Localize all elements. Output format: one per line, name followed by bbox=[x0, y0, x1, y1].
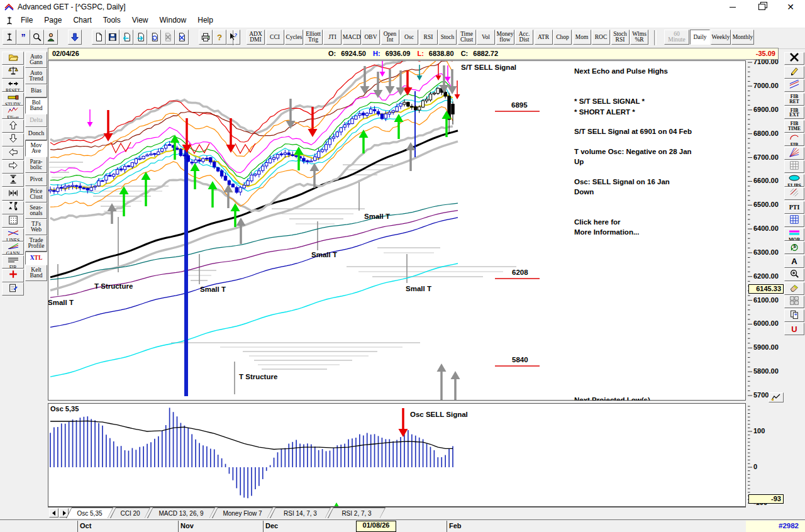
properties-button[interactable] bbox=[2, 282, 24, 296]
crosshair-button[interactable] bbox=[2, 269, 24, 282]
study-auto-gann[interactable]: AutoGann bbox=[25, 52, 47, 68]
indicator-chop[interactable]: Chop bbox=[553, 30, 572, 45]
fib-retracement-button[interactable]: FIBRET bbox=[784, 93, 804, 106]
indicator-osc[interactable]: Osc bbox=[400, 30, 418, 45]
scroll-down-button[interactable] bbox=[2, 133, 24, 147]
menu-file[interactable]: File bbox=[15, 14, 38, 26]
tab-osc-5-35[interactable]: Osc 5,35 bbox=[66, 507, 113, 518]
axis-settings-button[interactable] bbox=[769, 392, 784, 402]
indicator-cycles[interactable]: Cycles bbox=[285, 30, 303, 45]
save-button[interactable] bbox=[106, 30, 119, 45]
annotation-link[interactable]: More Information... bbox=[574, 228, 640, 236]
indicator-rsi[interactable]: RSI bbox=[419, 30, 438, 45]
help-button[interactable]: ? bbox=[213, 30, 226, 45]
indicator-jti[interactable]: JTI bbox=[323, 30, 341, 45]
gann-button[interactable]: GANN bbox=[2, 241, 24, 255]
indicator-stoch-rsi[interactable]: StochRSI bbox=[611, 30, 630, 45]
delete-drawing-button[interactable] bbox=[784, 52, 804, 65]
elliott-button[interactable]: Elliott bbox=[2, 106, 24, 119]
study-price-clust[interactable]: PriceClust bbox=[25, 186, 47, 202]
minimize-button[interactable] bbox=[718, 0, 747, 14]
study-bol-band[interactable]: BolBand bbox=[25, 97, 47, 114]
menu-help[interactable]: Help bbox=[192, 14, 219, 26]
timeframe-daily[interactable]: Daily bbox=[690, 30, 710, 45]
fan-lines-button[interactable] bbox=[784, 147, 804, 160]
zoom-tool-button[interactable] bbox=[784, 269, 804, 281]
quotes-button[interactable]: ” bbox=[16, 30, 30, 45]
pti-button[interactable]: PTI bbox=[784, 201, 804, 214]
magnet-button[interactable]: U bbox=[784, 323, 804, 335]
open-chart-button[interactable] bbox=[2, 52, 24, 65]
annotation-link[interactable]: Click here for bbox=[574, 218, 621, 226]
parallel-lines-button[interactable] bbox=[784, 79, 804, 92]
printer-button[interactable] bbox=[199, 30, 213, 45]
mob-button[interactable]: MOB bbox=[784, 228, 804, 241]
tab-rsi-14-7-3[interactable]: RSI 14, 7, 3 bbox=[270, 507, 331, 518]
tile-windows-button[interactable] bbox=[784, 296, 804, 308]
indicator-money-flow[interactable]: Moneyflow bbox=[496, 30, 514, 45]
timeframe-weekly[interactable]: Weekly bbox=[711, 30, 731, 45]
tab-cci-20[interactable]: CCI 20 bbox=[110, 507, 150, 518]
compare-button[interactable] bbox=[2, 65, 24, 79]
study-mov-ave[interactable]: MovAve bbox=[25, 140, 47, 157]
ellipse-tool-button[interactable]: ELIPS bbox=[784, 174, 804, 187]
text-tool-button[interactable]: A bbox=[784, 255, 804, 268]
pencil-button[interactable] bbox=[784, 66, 804, 79]
compress-vertical-button[interactable] bbox=[2, 174, 24, 187]
scroll-up-button[interactable] bbox=[2, 119, 24, 133]
expand-vertical-button[interactable] bbox=[2, 201, 24, 214]
indicator-vol[interactable]: Vol bbox=[477, 30, 495, 45]
fib-time-button[interactable]: FIBTIME bbox=[784, 120, 804, 133]
menu-chart[interactable]: Chart bbox=[67, 14, 97, 26]
compress-horizontal-button[interactable] bbox=[2, 187, 24, 201]
scroll-right-button[interactable] bbox=[2, 160, 24, 174]
study-xtl[interactable]: XTL bbox=[25, 252, 47, 265]
timeframe-60-minute[interactable]: 60Minute bbox=[664, 30, 689, 45]
indicator-roc[interactable]: ROC bbox=[592, 30, 610, 45]
study-bias[interactable]: Bias bbox=[25, 84, 47, 97]
indicator-obv[interactable]: OBV bbox=[362, 30, 380, 45]
tab-macd-13-26-9[interactable]: MACD 13, 26, 9 bbox=[147, 507, 215, 518]
indicator-mom[interactable]: Mom bbox=[573, 30, 591, 45]
scroll-left-button[interactable] bbox=[2, 147, 24, 160]
indicator-time-clust[interactable]: TimeClust bbox=[458, 30, 476, 45]
chart-window-icon[interactable] bbox=[4, 16, 14, 28]
menu-window[interactable]: Window bbox=[154, 14, 192, 26]
indicator-atr[interactable]: ATR bbox=[535, 30, 553, 45]
close-button[interactable]: ✕ bbox=[776, 0, 805, 14]
user-button[interactable] bbox=[44, 30, 58, 45]
study-delta[interactable]: Delta bbox=[25, 114, 47, 127]
page-exchange-button[interactable] bbox=[175, 30, 189, 45]
menu-tools[interactable]: Tools bbox=[97, 14, 126, 26]
fib-extension-button[interactable]: FIBEXT bbox=[784, 106, 804, 119]
indicator-adx-dmi[interactable]: ADXDMI bbox=[247, 30, 265, 45]
refresh-data-button[interactable]: $ bbox=[784, 241, 804, 254]
study-kelt-band[interactable]: KeltBand bbox=[25, 265, 47, 281]
price-chart-canvas[interactable]: 689562085840S/T SELL SignalSmall TSmall … bbox=[48, 61, 745, 400]
window-clamp-button[interactable] bbox=[3, 30, 16, 45]
study-tjs-web[interactable]: TJ'sWeb bbox=[25, 219, 47, 235]
study-seas--onals[interactable]: Seas-onals bbox=[25, 202, 47, 219]
sort-descending-button[interactable] bbox=[68, 30, 82, 45]
tab-money-flow-7[interactable]: Money Flow 7 bbox=[212, 507, 273, 518]
blue-grid-button[interactable] bbox=[784, 214, 804, 227]
menu-page[interactable]: Page bbox=[38, 14, 67, 26]
oscillator-canvas[interactable]: Osc SELL Signal bbox=[48, 404, 745, 506]
indicator-stoch[interactable]: Stoch bbox=[438, 30, 457, 45]
eraser-button[interactable] bbox=[784, 282, 804, 295]
indicator-wlms-r[interactable]: Wlms%R bbox=[630, 30, 648, 45]
study-donch[interactable]: Donch bbox=[25, 127, 47, 140]
page-next-button[interactable] bbox=[133, 30, 147, 45]
timeframe-monthly[interactable]: Monthly bbox=[731, 30, 754, 45]
copy-page-button[interactable] bbox=[784, 309, 804, 322]
indicator-cci[interactable]: CCI bbox=[266, 30, 284, 45]
grid-tool-button[interactable] bbox=[784, 160, 804, 173]
study-trade-profile[interactable]: TradeProfile bbox=[25, 235, 47, 252]
tab-rsi-2-7-3[interactable]: RSI 2, 7, 3 bbox=[328, 507, 386, 518]
study-button[interactable]: STUDY bbox=[2, 92, 24, 106]
page-refresh-button[interactable] bbox=[147, 30, 161, 45]
fib-arc-button[interactable]: FIB bbox=[784, 133, 804, 146]
new-page-button[interactable] bbox=[92, 30, 106, 45]
menu-view[interactable]: View bbox=[126, 14, 154, 26]
study-auto-trend[interactable]: AutoTrend bbox=[25, 68, 47, 84]
